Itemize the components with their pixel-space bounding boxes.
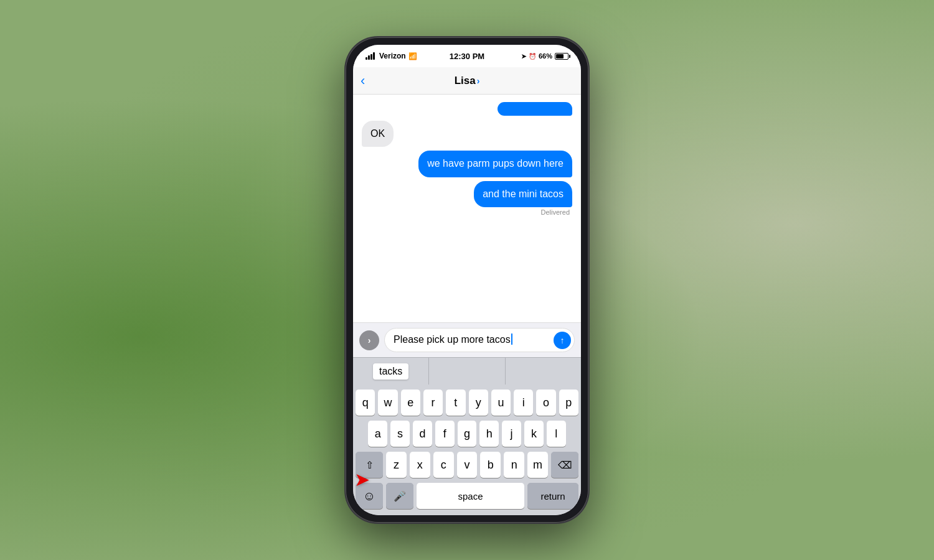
- partial-bubble: [498, 102, 572, 116]
- message-input[interactable]: Please pick up more tacos: [384, 328, 575, 352]
- status-bar: Verizon 📶 12:30 PM ➤ ⏰ 66%: [353, 45, 581, 67]
- key-g[interactable]: g: [458, 421, 477, 447]
- signal-bar-2: [368, 55, 370, 60]
- key-k[interactable]: k: [524, 421, 544, 447]
- nav-title: Lisa ›: [455, 75, 480, 87]
- key-r[interactable]: r: [423, 390, 443, 416]
- key-t[interactable]: t: [446, 390, 465, 416]
- send-icon: ↑: [560, 335, 565, 345]
- cursor: [511, 334, 512, 345]
- phone-wrapper: Verizon 📶 12:30 PM ➤ ⏰ 66% ‹: [346, 37, 588, 523]
- signal-bar-1: [366, 57, 367, 60]
- signal-bar-3: [370, 54, 372, 60]
- key-x[interactable]: x: [410, 452, 430, 478]
- key-p[interactable]: p: [559, 390, 578, 416]
- back-chevron-icon: ‹: [361, 73, 365, 89]
- battery-icon: [555, 53, 568, 60]
- keyboard-row-3: ⇧ z x c v b n m ⌫: [356, 452, 578, 478]
- status-left: Verizon 📶: [366, 52, 417, 60]
- message-bubble-mini-tacos: and the mini tacos: [474, 181, 572, 207]
- keyboard-row-2: a s d f g h j k l: [356, 421, 578, 447]
- key-a[interactable]: a: [368, 421, 387, 447]
- red-arrow: ➤: [354, 469, 370, 490]
- autocorrect-item-1[interactable]: tacks: [353, 358, 428, 385]
- send-button[interactable]: ↑: [554, 332, 571, 349]
- input-area: › Please pick up more tacos ↑: [353, 322, 581, 357]
- signal-bar-4: [373, 52, 375, 60]
- key-f[interactable]: f: [435, 421, 455, 447]
- key-v[interactable]: v: [457, 452, 478, 478]
- delivered-label: Delivered: [541, 208, 572, 216]
- key-b[interactable]: b: [480, 452, 501, 478]
- key-z[interactable]: z: [386, 452, 407, 478]
- key-d[interactable]: d: [413, 421, 432, 447]
- input-text: Please pick up more tacos: [394, 334, 511, 345]
- battery-fill: [556, 54, 564, 58]
- message-text-mini-tacos: and the mini tacos: [483, 189, 564, 199]
- back-button[interactable]: ‹: [361, 73, 365, 89]
- phone-screen: Verizon 📶 12:30 PM ➤ ⏰ 66% ‹: [353, 45, 581, 515]
- battery-percent: 66%: [539, 52, 552, 60]
- key-return[interactable]: return: [527, 483, 578, 509]
- key-space[interactable]: space: [417, 483, 524, 509]
- keyboard-bottom-row: ☺ 🎤 space return: [356, 483, 578, 513]
- wifi-icon: 📶: [408, 52, 417, 60]
- expand-icon: ›: [368, 335, 371, 345]
- input-wrapper: Please pick up more tacos ↑: [384, 328, 575, 352]
- keyboard: q w e r t y u i o p a s d f: [353, 385, 581, 515]
- message-bubble-parm-pups: we have parm pups down here: [418, 151, 572, 177]
- key-e[interactable]: e: [401, 390, 420, 416]
- key-u[interactable]: u: [491, 390, 511, 416]
- carrier-label: Verizon: [379, 52, 406, 60]
- key-j[interactable]: j: [502, 421, 521, 447]
- autocorrect-item-2[interactable]: [428, 358, 504, 385]
- status-right: ➤ ⏰ 66%: [521, 52, 568, 60]
- key-mic[interactable]: 🎤: [386, 483, 413, 509]
- signal-bars: [366, 52, 375, 60]
- keyboard-row-1: q w e r t y u i o p: [356, 390, 578, 416]
- alarm-icon: ⏰: [529, 53, 536, 60]
- key-y[interactable]: y: [469, 390, 488, 416]
- autocorrect-bar: tacks: [353, 357, 581, 385]
- key-c[interactable]: c: [433, 452, 454, 478]
- message-text-parm-pups: we have parm pups down here: [427, 158, 564, 169]
- key-q[interactable]: q: [356, 390, 375, 416]
- autocorrect-item-3[interactable]: [505, 358, 581, 385]
- key-delete[interactable]: ⌫: [551, 452, 578, 478]
- key-h[interactable]: h: [479, 421, 499, 447]
- key-l[interactable]: l: [547, 421, 566, 447]
- expand-button[interactable]: ›: [359, 330, 379, 350]
- messages-area: OK we have parm pups down here and the m…: [353, 95, 581, 322]
- message-text-ok: OK: [370, 128, 385, 139]
- message-row-parm-pups: we have parm pups down here: [362, 151, 572, 177]
- status-time: 12:30 PM: [450, 52, 484, 61]
- key-i[interactable]: i: [514, 390, 533, 416]
- key-o[interactable]: o: [536, 390, 555, 416]
- nav-bar: ‹ Lisa ›: [353, 67, 581, 95]
- message-bubble-ok: OK: [362, 121, 394, 147]
- key-w[interactable]: w: [378, 390, 397, 416]
- location-icon: ➤: [521, 53, 526, 60]
- phone-frame: Verizon 📶 12:30 PM ➤ ⏰ 66% ‹: [346, 37, 588, 523]
- autocorrect-suggestion-1[interactable]: tacks: [373, 363, 408, 380]
- contact-name[interactable]: Lisa: [455, 75, 476, 87]
- message-row-mini-tacos: and the mini tacos Delivered: [362, 181, 572, 216]
- message-row-incoming: OK: [362, 121, 572, 147]
- key-s[interactable]: s: [390, 421, 410, 447]
- contact-chevron-icon[interactable]: ›: [477, 76, 480, 86]
- key-m[interactable]: m: [527, 452, 548, 478]
- key-n[interactable]: n: [504, 452, 524, 478]
